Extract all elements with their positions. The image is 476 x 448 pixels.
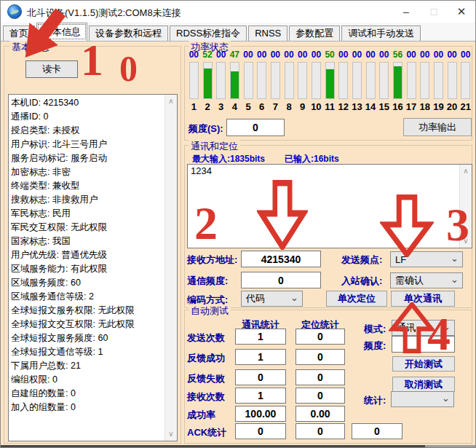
- stat-value-input[interactable]: 1: [235, 349, 286, 365]
- power-output-button[interactable]: 功率输出: [403, 118, 472, 136]
- info-list-item[interactable]: 服务启动标记: 服务启动: [11, 152, 164, 165]
- annotation-number-0: 0: [119, 50, 138, 87]
- annotation-number-4: 4: [427, 311, 451, 358]
- scroll-down-icon[interactable]: ∨: [165, 429, 177, 439]
- info-list-item[interactable]: 终端类型: 兼收型: [11, 179, 164, 193]
- power-bar-number: 18: [420, 101, 430, 112]
- annotation-number-1: 1: [81, 37, 103, 82]
- info-list-item[interactable]: 用户优先级: 普通优先级: [11, 248, 164, 262]
- power-bar: [312, 62, 321, 99]
- power-bar-number: 17: [406, 101, 416, 112]
- power-bar-number: 2: [205, 101, 210, 112]
- power-bar: [285, 62, 294, 99]
- power-bar-column: 0018: [418, 49, 432, 117]
- scroll-up-icon[interactable]: ∧: [165, 96, 177, 106]
- stat-value-input[interactable]: 1: [235, 329, 286, 345]
- power-bar-number: 5: [245, 101, 250, 112]
- stat-row-label: 反馈失败: [187, 372, 225, 385]
- power-freq-input[interactable]: 0: [226, 119, 285, 136]
- power-bars: 0015220034740050060070080090010501100120…: [187, 49, 472, 117]
- minimize-button[interactable]: –: [392, 1, 420, 23]
- tab-5[interactable]: RNSS: [248, 25, 287, 41]
- info-list-item[interactable]: 全球短报文通信等级: 1: [11, 345, 164, 359]
- close-button[interactable]: ✕: [448, 1, 475, 23]
- power-bar-column: 0021: [459, 49, 472, 117]
- stat-value-input[interactable]: 0: [295, 388, 345, 404]
- power-value: 00: [243, 49, 253, 61]
- power-bar-column: 0012: [336, 49, 350, 117]
- info-list-item[interactable]: 全球短报文服务权限: 无此权限: [11, 304, 164, 318]
- annotation-arrow-2: [257, 180, 308, 250]
- info-list-item[interactable]: 军民标志: 民用: [11, 207, 164, 221]
- stat-value-input[interactable]: 0: [295, 349, 345, 365]
- info-list-item[interactable]: 军民交互权限: 无此权限: [11, 221, 164, 235]
- cancel-test-button[interactable]: 取消测试: [392, 377, 455, 392]
- recv-addr-input[interactable]: 4215340: [241, 251, 321, 267]
- power-bar-number: 20: [447, 101, 457, 112]
- info-list-item[interactable]: 加密标志: 非密: [11, 165, 164, 179]
- ack-select[interactable]: 需确认 ⌄: [390, 272, 463, 288]
- power-bar: [407, 62, 416, 99]
- comm-freq-label: 通信频度:: [187, 275, 228, 288]
- chevron-down-icon: ⌄: [451, 253, 459, 264]
- power-bar-number: 8: [286, 101, 291, 112]
- power-bar-column: 007: [269, 49, 282, 117]
- power-value: 00: [216, 49, 226, 61]
- power-bar-column: 0013: [350, 49, 364, 117]
- message-text: 1234: [191, 165, 212, 176]
- info-list-item[interactable]: 全球短报文交互权限: 无此权限: [11, 318, 164, 331]
- power-value: 50: [325, 49, 334, 61]
- stat-value-input[interactable]: 0: [352, 423, 402, 439]
- info-list-item[interactable]: 加入的组数量: 0: [11, 401, 164, 414]
- stat-value-input[interactable]: 0: [235, 369, 286, 385]
- tab-6[interactable]: 参数配置: [289, 25, 340, 41]
- app-window: 北斗设备(V1.1.5)测试2:COM8未连接 – □ ✕ 首页基本信息设备参数…: [0, 0, 476, 448]
- basic-info-list[interactable]: 本机ID: 4215340通播ID: 0授启类型: 未授权用户标识: 北斗三号用…: [8, 94, 178, 441]
- info-list-item[interactable]: 国家标志: 我国: [11, 235, 164, 248]
- stat-value-input[interactable]: 0: [295, 329, 345, 345]
- info-list-item[interactable]: 自建组的数量: 0: [11, 387, 164, 401]
- stat-row-label: 成功率: [187, 409, 215, 422]
- screen-edge: [1, 445, 475, 448]
- info-list-item[interactable]: 区域服务频度: 60: [11, 276, 164, 290]
- encode-select[interactable]: 代码 ⌄: [241, 291, 303, 307]
- stat-value-input[interactable]: 0: [295, 369, 345, 385]
- power-bar: [379, 62, 389, 99]
- power-bar-number: 9: [300, 101, 305, 112]
- info-list-item[interactable]: 编组权限: 0: [11, 373, 164, 387]
- stat-row-label: 发送次数: [187, 331, 225, 345]
- info-list-item[interactable]: 通播ID: 0: [11, 110, 164, 124]
- stat-value-input[interactable]: 0: [235, 423, 286, 439]
- info-list-item[interactable]: 搜救标志: 非搜救用户: [11, 193, 164, 207]
- stat-label: 统计:: [364, 394, 386, 407]
- power-bar-column: 5011: [323, 49, 337, 117]
- stat-value-input[interactable]: 1: [235, 388, 286, 404]
- power-bar-number: 15: [379, 101, 389, 112]
- mode-label: 模式:: [364, 323, 386, 336]
- info-list-item[interactable]: 下属用户总数: 21: [11, 359, 164, 373]
- power-freq-label: 频度(S):: [189, 122, 223, 135]
- power-bar-column: 0010: [309, 49, 323, 117]
- comm-freq-input[interactable]: 0: [241, 272, 321, 288]
- info-list-item[interactable]: 授启类型: 未授权: [11, 124, 164, 138]
- stat-value-input[interactable]: 0: [295, 423, 345, 439]
- info-list-item[interactable]: 全球短报文服务频度: 60: [11, 331, 164, 345]
- power-bar-column: 0020: [445, 49, 459, 117]
- tab-7[interactable]: 调试和手动发送: [341, 25, 421, 41]
- stat-row-label: ACK统计: [187, 426, 226, 439]
- power-bar-column: 0019: [432, 49, 445, 117]
- info-list-item[interactable]: 区域服务通信等级: 2: [11, 290, 164, 304]
- info-list-item[interactable]: 区域服务能力: 有此权限: [11, 262, 164, 276]
- power-bar-column: 003: [214, 49, 228, 117]
- info-list-item[interactable]: 本机ID: 4215340: [11, 96, 164, 110]
- tab-4[interactable]: RDSS标准指令: [170, 25, 247, 41]
- power-bar-column: 0015: [377, 49, 391, 117]
- comm-locate-group-label: 通讯和定位: [189, 140, 240, 153]
- scroll-up-icon[interactable]: ∧: [460, 166, 472, 176]
- info-list-item[interactable]: 用户标识: 北斗三号用户: [11, 138, 164, 152]
- stat-value-input[interactable]: 100.00: [235, 406, 286, 422]
- stat-value-input[interactable]: 0.00: [295, 406, 345, 422]
- single-locate-button[interactable]: 单次定位: [326, 291, 387, 307]
- list-scrollbar[interactable]: ∧ ∨: [164, 95, 177, 441]
- stat-select[interactable]: ⌄: [391, 391, 454, 407]
